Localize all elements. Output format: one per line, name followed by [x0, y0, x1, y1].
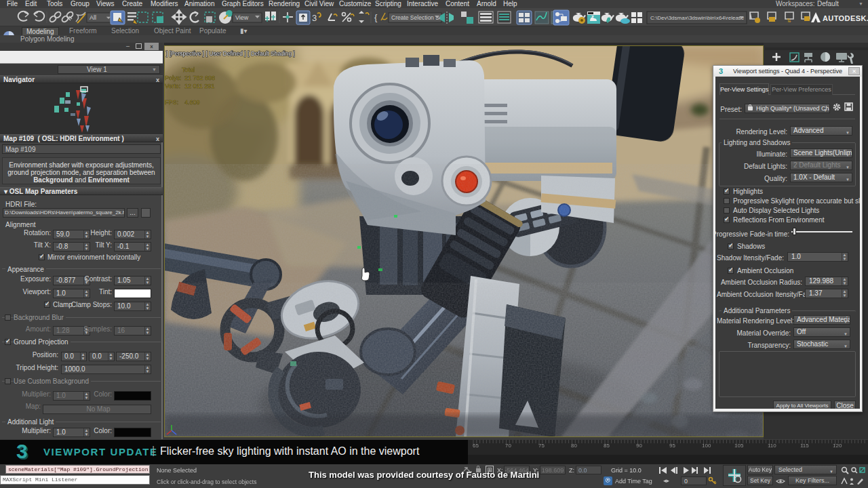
svg-text:All: All	[90, 14, 96, 21]
svg-text:3: 3	[16, 442, 28, 462]
svg-text:Polys:: Polys:	[165, 75, 182, 81]
svg-text:⇅: ⇅	[787, 18, 791, 24]
svg-text:] [Perspective ] [ User Define: ] [Perspective ] [ User Defined ] [ Defa…	[166, 50, 295, 57]
svg-text:21 782 606: 21 782 606	[184, 75, 215, 81]
svg-text:Create Selection Se: Create Selection Se	[391, 14, 443, 21]
svg-text:3: 3	[312, 13, 317, 23]
svg-text:FPS:: FPS:	[165, 99, 178, 106]
svg-text:4.609: 4.609	[184, 99, 200, 106]
svg-text:Verts:: Verts:	[165, 83, 180, 89]
svg-text:View: View	[235, 14, 249, 21]
svg-text:C:\Dev\3dsmax\3dswin\bin\x64\r: C:\Dev\3dsmax\3dswin\bin\x64\release	[650, 15, 745, 21]
svg-text:12 011 291: 12 011 291	[184, 83, 214, 89]
svg-text:Total: Total	[182, 66, 195, 73]
svg-text:AUTODESK.: AUTODESK.	[823, 14, 868, 22]
svg-text:{: {	[374, 12, 378, 22]
